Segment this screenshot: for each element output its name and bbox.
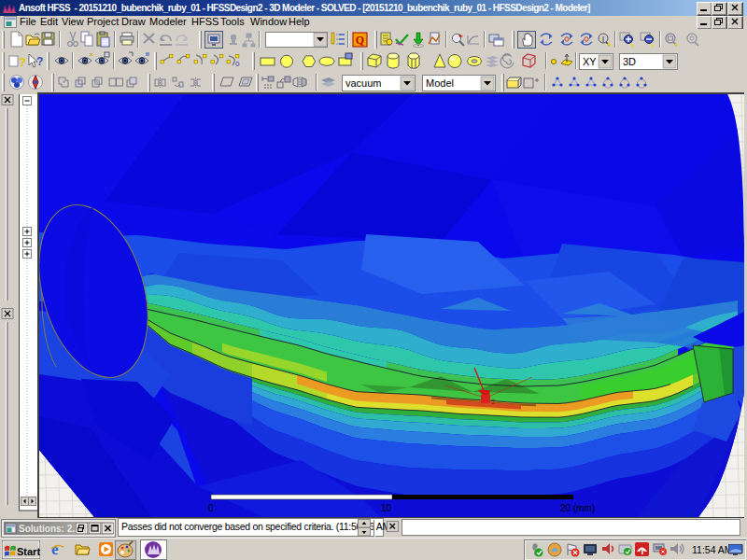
svg-text:Passes did not converge based: Passes did not converge based on specifi… — [121, 521, 390, 532]
svg-text:?: ? — [36, 55, 43, 68]
svg-text:vacuum: vacuum — [345, 77, 382, 89]
svg-text:e: e — [51, 540, 59, 558]
svg-text:10: 10 — [381, 503, 392, 513]
svg-text:Model: Model — [426, 77, 454, 89]
svg-text:2: 2 — [491, 398, 496, 406]
svg-text:I: I — [602, 35, 605, 44]
svg-text:0: 0 — [208, 503, 214, 513]
svg-text:3D: 3D — [623, 56, 636, 67]
svg-text:0: 0 — [235, 60, 240, 68]
svg-text:Q: Q — [356, 34, 364, 47]
svg-text:Solutions: 2...: Solutions: 2... — [19, 524, 80, 534]
svg-text:?: ? — [19, 55, 26, 69]
svg-text:20 (mm): 20 (mm) — [560, 503, 595, 513]
svg-text:Start: Start — [17, 546, 40, 557]
svg-text:XY: XY — [583, 56, 597, 67]
svg-text:11:54 AM: 11:54 AM — [692, 544, 733, 555]
